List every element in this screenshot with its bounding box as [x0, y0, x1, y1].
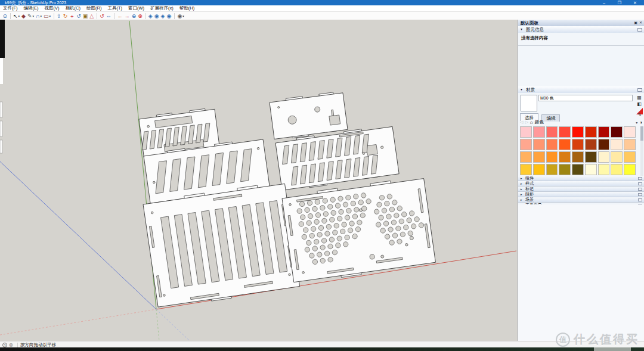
- create-material-icon[interactable]: ▦: [637, 95, 642, 100]
- zoom-extents-button[interactable]: ⊗: [137, 13, 144, 20]
- section-4[interactable]: ▸场景: [518, 197, 644, 203]
- sample-paint-icon[interactable]: ✎: [637, 112, 642, 117]
- color-swatch-3-3[interactable]: [559, 164, 571, 175]
- color-swatch-0-4[interactable]: [572, 126, 584, 138]
- menu-item-6[interactable]: 窗口(W): [125, 5, 147, 11]
- menu-item-3[interactable]: 相机(C): [63, 5, 83, 11]
- color-swatch-0-1[interactable]: [533, 126, 545, 138]
- followme-tool-button[interactable]: ↻: [62, 13, 69, 20]
- color-swatch-1-5[interactable]: [585, 139, 597, 150]
- color-swatch-2-0[interactable]: [520, 151, 532, 163]
- move-tool-button[interactable]: ＋: [69, 13, 76, 20]
- color-swatch-2-5[interactable]: [585, 151, 597, 163]
- laser-cut-panel-top-middle[interactable]: [270, 91, 348, 141]
- color-swatch-0-5[interactable]: [585, 126, 597, 138]
- color-swatch-1-4[interactable]: [572, 139, 584, 150]
- chevron-down-icon[interactable]: ▾: [18, 14, 20, 18]
- color-swatch-0-7[interactable]: [611, 126, 623, 138]
- plugin-tool-d-button[interactable]: ◉: [166, 13, 172, 20]
- account-button[interactable]: ◉▾: [177, 13, 185, 20]
- chevron-down-icon[interactable]: ▾: [49, 14, 51, 18]
- maximize-button[interactable]: ❐: [612, 0, 627, 5]
- geolocation-icon[interactable]: ◎: [9, 342, 13, 348]
- section-options-button[interactable]: [638, 198, 642, 201]
- view-options-icon[interactable]: ◑: [639, 120, 642, 125]
- section-options-button[interactable]: [638, 177, 642, 180]
- menu-item-5[interactable]: 工具(T): [104, 5, 125, 11]
- color-swatch-1-6[interactable]: [598, 139, 610, 150]
- color-swatch-3-5[interactable]: [585, 164, 597, 175]
- material-preview[interactable]: [521, 95, 537, 111]
- color-swatch-3-7[interactable]: [611, 164, 623, 175]
- section-3[interactable]: ▸阴影: [518, 192, 644, 197]
- material-name-input[interactable]: [538, 95, 633, 101]
- menu-item-0[interactable]: 文件(F): [0, 5, 21, 11]
- color-swatch-1-3[interactable]: [559, 139, 571, 150]
- search-button[interactable]: ⊙: [2, 13, 8, 20]
- color-swatch-0-0[interactable]: [520, 126, 532, 138]
- menu-item-1[interactable]: 编辑(E): [21, 5, 42, 11]
- axes-tool-button[interactable]: △: [89, 13, 95, 20]
- next-view-button[interactable]: →: [123, 13, 131, 20]
- color-swatch-2-4[interactable]: [572, 151, 584, 163]
- orbit-tool-button[interactable]: ↺: [99, 13, 106, 20]
- viewport-canvas[interactable]: [0, 20, 518, 341]
- menu-item-2[interactable]: 视图(V): [42, 5, 63, 11]
- color-swatch-2-1[interactable]: [533, 151, 545, 163]
- color-swatch-3-4[interactable]: [572, 164, 584, 175]
- collection-dropdown[interactable]: 颜色 ▾: [535, 119, 638, 125]
- minimize-button[interactable]: –: [596, 0, 612, 5]
- color-swatch-1-0[interactable]: [520, 139, 532, 150]
- paint-options-icon[interactable]: ◧: [637, 101, 642, 107]
- rectangle-tool-button[interactable]: ▭▾: [43, 13, 52, 20]
- zoom-tool-button[interactable]: ⊕: [131, 13, 137, 20]
- color-swatch-3-0[interactable]: [520, 164, 532, 175]
- line-tool-button[interactable]: ✎▾: [27, 13, 35, 20]
- color-swatch-2-7[interactable]: [611, 151, 623, 163]
- chevron-down-icon[interactable]: ▾: [33, 14, 35, 18]
- entity-info-options-button[interactable]: [637, 28, 642, 32]
- color-swatch-2-3[interactable]: [559, 151, 571, 163]
- menu-item-7[interactable]: 扩展程序(x): [147, 5, 177, 11]
- plugin-tool-a-button[interactable]: ◈: [147, 13, 153, 20]
- pushpull-tool-button[interactable]: ⇧: [56, 13, 63, 20]
- back-icon[interactable]: ◁: [520, 120, 523, 125]
- materials-options-button[interactable]: [637, 88, 642, 92]
- close-button[interactable]: ✕: [627, 0, 643, 5]
- swatch-scrollbar[interactable]: [640, 126, 643, 176]
- select-tool-button[interactable]: ↖▾: [13, 13, 21, 20]
- previous-view-button[interactable]: ←: [116, 13, 123, 20]
- color-swatch-1-2[interactable]: [546, 139, 558, 150]
- color-swatch-3-8[interactable]: [624, 164, 636, 175]
- arc-tool-button[interactable]: ∩▾: [35, 13, 43, 20]
- section-options-button[interactable]: [638, 182, 642, 185]
- color-swatch-2-2[interactable]: [546, 151, 558, 163]
- color-swatch-1-1[interactable]: [533, 139, 545, 150]
- section-options-button[interactable]: [638, 193, 642, 196]
- plugin-tool-b-button[interactable]: ◉: [153, 13, 160, 20]
- color-swatch-0-8[interactable]: [624, 126, 636, 138]
- color-swatch-2-6[interactable]: [598, 151, 610, 163]
- color-swatch-1-7[interactable]: [611, 139, 623, 150]
- color-swatch-3-1[interactable]: [533, 164, 545, 175]
- color-swatch-3-6[interactable]: [598, 164, 610, 175]
- chevron-down-icon[interactable]: ▾: [182, 14, 184, 18]
- model-viewport[interactable]: [0, 20, 518, 341]
- section-options-button[interactable]: [638, 188, 642, 191]
- eraser-tool-button[interactable]: ◆: [21, 13, 27, 20]
- pan-tool-button[interactable]: ⇔: [105, 13, 112, 20]
- section-2[interactable]: ▸标记: [518, 187, 644, 192]
- color-swatch-0-6[interactable]: [598, 126, 610, 138]
- plugin-tool-c-button[interactable]: ◈: [160, 13, 166, 20]
- panel-restore-icon[interactable]: ▣: [634, 20, 637, 26]
- color-swatch-3-2[interactable]: [546, 164, 558, 175]
- section-0[interactable]: ▸组件: [518, 176, 644, 181]
- color-swatch-0-2[interactable]: [546, 126, 558, 138]
- rotate-tool-button[interactable]: ↺: [76, 13, 82, 20]
- color-swatch-2-8[interactable]: [624, 151, 636, 163]
- menu-item-4[interactable]: 绘图(R): [83, 5, 104, 11]
- section-1[interactable]: ▸样式: [518, 181, 644, 187]
- color-swatch-1-8[interactable]: [624, 139, 636, 150]
- menu-item-8[interactable]: 帮助(H): [177, 5, 197, 11]
- in-model-icon[interactable]: ⌂: [530, 120, 533, 125]
